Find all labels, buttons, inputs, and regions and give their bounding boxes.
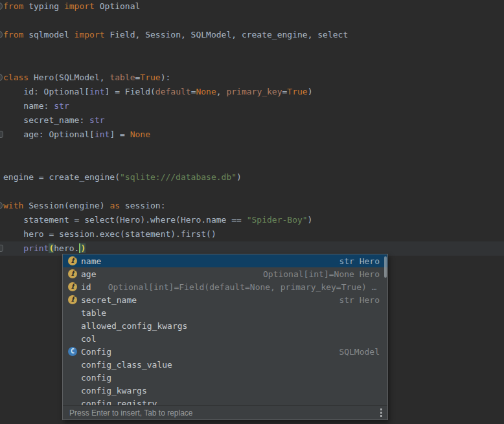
code-line-16[interactable]: statement = select(Hero).where(Hero.name… bbox=[0, 213, 504, 227]
field-icon: f bbox=[68, 256, 77, 265]
completion-item-age[interactable]: fageOptional[int]=None Hero bbox=[63, 267, 387, 280]
class-icon: C bbox=[68, 347, 77, 356]
scrollbar-thumb[interactable] bbox=[384, 256, 387, 278]
completion-item-signature: Optional[int]=Field(default=None, primar… bbox=[108, 282, 377, 292]
completion-footer-hint: Press Enter to insert, Tab to replace bbox=[69, 408, 193, 418]
no-icon bbox=[68, 334, 77, 343]
completion-item-Config[interactable]: CConfigSQLModel bbox=[63, 345, 387, 358]
editor-pane[interactable]: from typing import Optionalfrom sqlmodel… bbox=[0, 0, 504, 424]
gutter-marker-icon[interactable] bbox=[0, 131, 3, 138]
no-icon bbox=[68, 399, 77, 405]
completion-item-config_class_value[interactable]: config_class_value bbox=[63, 358, 387, 371]
completion-item-label: secret_name bbox=[81, 295, 137, 305]
completion-item-label: name bbox=[81, 256, 101, 266]
field-icon: f bbox=[68, 295, 77, 304]
code-line-4[interactable] bbox=[0, 42, 504, 56]
code-line-11[interactable] bbox=[0, 142, 504, 156]
gutter-marker-icon[interactable] bbox=[0, 31, 3, 38]
code-line-9[interactable]: secret_name: str bbox=[0, 113, 504, 128]
code-line-7[interactable]: id: Optional[int] = Field(default=None, … bbox=[0, 85, 504, 99]
code-line-3[interactable]: from sqlmodel import Field, Session, SQL… bbox=[0, 28, 504, 42]
no-icon bbox=[68, 360, 77, 369]
field-icon: f bbox=[68, 269, 77, 278]
completion-item-type-hint: str Hero bbox=[339, 256, 380, 266]
code-line-13[interactable]: engine = create_engine("sqlite:///databa… bbox=[0, 170, 504, 184]
completion-item-label: id bbox=[81, 282, 91, 292]
completion-item-secret_name[interactable]: fsecret_namestr Hero bbox=[63, 293, 387, 306]
code-line-17[interactable]: hero = session.exec(statement).first() bbox=[0, 227, 504, 241]
completion-item-type-hint: SQLModel bbox=[339, 347, 380, 357]
completion-item-label: allowed_config_kwargs bbox=[81, 321, 187, 331]
completion-footer: Press Enter to insert, Tab to replace bbox=[63, 405, 387, 419]
completion-item-config[interactable]: config bbox=[63, 371, 387, 384]
completion-item-col[interactable]: col bbox=[63, 332, 387, 345]
completion-item-label: config_kwargs bbox=[81, 386, 147, 396]
field-icon: f bbox=[68, 282, 77, 291]
code-line-2[interactable] bbox=[0, 14, 504, 28]
no-icon bbox=[68, 373, 77, 382]
completion-item-label: config_class_value bbox=[81, 360, 172, 370]
completion-item-name[interactable]: fnamestr Hero bbox=[63, 254, 387, 267]
code-line-5[interactable] bbox=[0, 56, 504, 71]
code-line-1[interactable]: from typing import Optional bbox=[0, 0, 504, 14]
code-line-15[interactable]: with Session(engine) as session: bbox=[0, 199, 504, 213]
completion-item-label: table bbox=[81, 308, 106, 318]
completion-item-id[interactable]: fidOptional[int]=Field(default=None, pri… bbox=[63, 280, 387, 293]
code-line-14[interactable] bbox=[0, 184, 504, 199]
completion-popup: fnamestr HerofageOptional[int]=None Hero… bbox=[62, 254, 388, 420]
completion-item-allowed_config_kwargs[interactable]: allowed_config_kwargs bbox=[63, 319, 387, 332]
completion-item-type-hint: Optional[int]=None Hero bbox=[263, 269, 380, 279]
more-options-icon[interactable] bbox=[380, 408, 382, 417]
gutter-marker-icon[interactable] bbox=[0, 3, 3, 10]
code-line-10[interactable]: age: Optional[int] = None bbox=[0, 128, 504, 142]
no-icon bbox=[68, 321, 77, 330]
completion-item-label: config_registry bbox=[81, 399, 157, 406]
completion-item-config_registry[interactable]: config_registry bbox=[63, 397, 387, 405]
gutter-marker-icon[interactable] bbox=[0, 245, 3, 252]
completion-item-label: Config bbox=[81, 347, 111, 357]
completion-item-label: age bbox=[81, 269, 96, 279]
no-icon bbox=[68, 308, 77, 317]
no-icon bbox=[68, 386, 77, 395]
completion-item-label: col bbox=[81, 334, 96, 344]
code-line-6[interactable]: class Hero(SQLModel, table=True): bbox=[0, 71, 504, 85]
completion-item-type-hint: str Hero bbox=[339, 295, 380, 305]
completion-item-config_kwargs[interactable]: config_kwargs bbox=[63, 384, 387, 397]
gutter-marker-icon[interactable] bbox=[0, 74, 3, 81]
completion-item-table[interactable]: table bbox=[63, 306, 387, 319]
completion-list[interactable]: fnamestr HerofageOptional[int]=None Hero… bbox=[63, 254, 387, 405]
gutter-marker-icon[interactable] bbox=[0, 202, 3, 209]
code-line-8[interactable]: name: str bbox=[0, 99, 504, 113]
code-area[interactable]: from typing import Optionalfrom sqlmodel… bbox=[0, 0, 504, 256]
code-line-12[interactable] bbox=[0, 156, 504, 170]
completion-item-label: config bbox=[81, 373, 111, 383]
